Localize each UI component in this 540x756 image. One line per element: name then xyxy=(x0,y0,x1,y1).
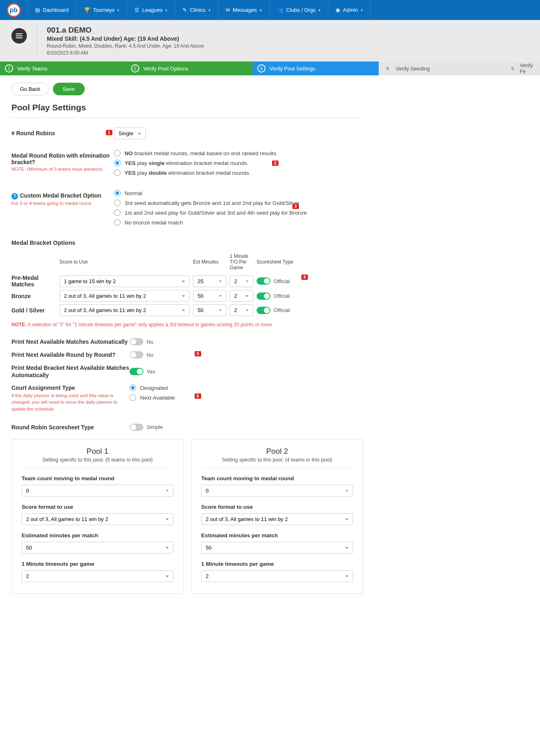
print-matches-toggle[interactable] xyxy=(130,338,143,345)
medal-bracket-title: Medal Bracket Options xyxy=(11,240,363,246)
nav-label: Tourneys xyxy=(93,7,115,13)
chevron-down-icon: ▾ xyxy=(165,8,167,12)
round-robins-label: # Round Robins xyxy=(11,127,114,136)
medal-rr-no[interactable]: NO bracket medal rounds, medal based on … xyxy=(114,150,363,156)
court-assignment-label: Court Assignment Type xyxy=(11,385,75,391)
wizard-steps: 1Verify Teams 2Verify Pool Options 3Veri… xyxy=(0,62,540,75)
toggle-label: Official xyxy=(274,307,290,313)
pool2-score-select[interactable]: 2 out of 3, All games to 11 win by 2 xyxy=(201,513,353,525)
premedal-ss-toggle[interactable] xyxy=(257,277,270,285)
save-button[interactable]: Save xyxy=(53,83,85,95)
row-premedal: Pre-Medal Matches xyxy=(11,275,56,288)
custom-bracket-note: For 3 or 4 teams going to medal round. xyxy=(11,201,114,206)
round-robins-select[interactable]: Single xyxy=(114,127,146,139)
row-gold: Gold / Silver xyxy=(11,307,56,314)
bronze-ss-toggle[interactable] xyxy=(257,292,270,300)
subheader: 001.a DEMO Mixed Skill: (4.5 And Under) … xyxy=(0,20,540,62)
pool-subtitle: Setting specific to this pool. (5 teams … xyxy=(22,457,173,468)
step-verify-final[interactable]: 5Verify Fir xyxy=(505,62,540,75)
premedal-to-select[interactable]: 2 xyxy=(230,275,253,287)
pool1-teamcount-select[interactable]: 0 xyxy=(22,485,173,497)
nav-tourneys[interactable]: 🏆Tourneys▾ xyxy=(77,0,127,20)
badge-1: 1 xyxy=(106,130,112,135)
chart-icon: ▤ xyxy=(35,7,40,13)
print-round-label: Print Next Available Round by Round? xyxy=(11,352,130,358)
gold-score-select[interactable]: 2 out of 3, All games to 11 win by 2 xyxy=(59,304,190,316)
premedal-est-select[interactable]: 25 xyxy=(193,275,226,287)
court-designated[interactable]: Designated xyxy=(130,385,175,391)
help-icon[interactable]: ? xyxy=(11,193,18,200)
nav-label: Dashboard xyxy=(43,7,69,13)
print-medal-toggle[interactable] xyxy=(130,368,143,375)
go-back-button[interactable]: Go Back xyxy=(11,83,49,95)
premedal-score-select[interactable]: 1 game to 15 win by 2 xyxy=(59,275,190,287)
step-verify-pool-options[interactable]: 2Verify Pool Options xyxy=(126,62,252,75)
nav-admin[interactable]: ◉Admin▾ xyxy=(328,0,371,20)
pool-teamcount-label: Team count moving to medal round xyxy=(22,475,173,481)
step-label: Verify Pool Settings xyxy=(270,66,316,72)
bronze-score-select[interactable]: 2 out of 3, All games to 11 win by 2 xyxy=(59,290,190,302)
pool-teamcount-label: Team count moving to medal round xyxy=(201,475,353,481)
nav-clubs[interactable]: 👥Clubs / Orgs▾ xyxy=(270,0,328,20)
pool-score-label: Score format to use xyxy=(201,504,353,510)
logo-icon: pb xyxy=(7,3,21,17)
chevron-down-icon: ▾ xyxy=(361,8,363,12)
event-info: 001.a DEMO Mixed Skill: (4.5 And Under) … xyxy=(37,26,204,56)
custom-bracket-no-bronze[interactable]: No bronze medal match xyxy=(114,219,363,226)
pool1-est-select[interactable]: 50 xyxy=(22,542,173,554)
nav-clinics[interactable]: ✎Clinics▾ xyxy=(175,0,218,20)
pool1-to-select[interactable]: 2 xyxy=(22,570,173,582)
pool-est-label: Estimated minutes per match xyxy=(201,532,353,538)
bronze-est-select[interactable]: 50 xyxy=(193,290,226,302)
col-est: Est Minutes xyxy=(193,259,226,266)
pool-score-label: Score format to use xyxy=(22,504,173,510)
chevron-down-icon: ▾ xyxy=(318,8,320,12)
pool-est-label: Estimated minutes per match xyxy=(22,532,173,538)
medal-rr-note: NOTE: (Minimum of 3 teams must advance) xyxy=(11,167,114,171)
custom-bracket-3rd-bronze[interactable]: 3rd seed automatically gets Bronze and 1… xyxy=(114,200,363,206)
step-label: Verify Seeding xyxy=(396,66,430,72)
step-verify-pool-settings[interactable]: 3Verify Pool Settings xyxy=(252,62,379,75)
logo[interactable]: pb xyxy=(0,0,28,20)
pool1-score-select[interactable]: 2 out of 3, All games to 11 win by 2 xyxy=(22,513,173,525)
event-details: Round-Robin, Mixed, Doubles, Rank: 4.5 A… xyxy=(47,43,204,49)
nav-dashboard[interactable]: ▤Dashboard xyxy=(28,0,77,20)
custom-bracket-1-2-3-4[interactable]: 1st and 2nd seed play for Gold/Silver an… xyxy=(114,209,363,216)
court-next-available[interactable]: Next Available xyxy=(130,394,175,401)
gold-ss-toggle[interactable] xyxy=(257,307,270,314)
pool-2: Pool 2 Setting specific to this pool. (4… xyxy=(191,439,363,594)
gold-to-select[interactable]: 2 xyxy=(230,304,253,316)
nav-label: Messages xyxy=(233,7,257,13)
shield-icon: ◉ xyxy=(336,7,340,13)
col-score: Score to Use xyxy=(59,259,190,266)
pool2-est-select[interactable]: 50 xyxy=(201,542,353,554)
medal-rr-yes-double[interactable]: YES play double elimination bracket meda… xyxy=(114,169,363,176)
step-verify-seeding[interactable]: 4Verify Seeding xyxy=(379,62,505,75)
event-datetime: 6/20/2023 8:00 AM xyxy=(47,50,204,56)
step-label: Verify Teams xyxy=(17,66,47,72)
nav-leagues[interactable]: ☰Leagues▾ xyxy=(127,0,175,20)
step-verify-teams[interactable]: 1Verify Teams xyxy=(0,62,126,75)
print-round-toggle[interactable] xyxy=(130,351,143,358)
nav-messages[interactable]: ✉Messages▾ xyxy=(218,0,270,20)
rr-ss-toggle[interactable] xyxy=(130,424,143,431)
print-matches-label: Print Next Available Matches Automatical… xyxy=(11,338,130,345)
badge-4: 4 xyxy=(301,275,308,280)
menu-button[interactable] xyxy=(11,28,27,44)
nav-label: Admin xyxy=(343,7,358,13)
toggle-label: Official xyxy=(274,293,290,299)
court-assignment-note: If the daily planner is being used and t… xyxy=(11,392,125,412)
gold-est-select[interactable]: 50 xyxy=(193,304,226,316)
pool-title: Pool 1 xyxy=(22,447,173,456)
custom-bracket-normal[interactable]: Normal xyxy=(114,190,363,196)
badge-6: 6 xyxy=(195,393,201,399)
badge-2: 2 xyxy=(272,160,279,166)
pool2-to-select[interactable]: 2 xyxy=(201,570,353,582)
chevron-down-icon: ▾ xyxy=(209,8,211,12)
pool2-teamcount-select[interactable]: 0 xyxy=(201,485,353,497)
main-content: Go Back Save Pool Play Settings # Round … xyxy=(0,75,375,601)
pool-to-label: 1 Minute timeouts per game xyxy=(201,561,353,567)
medal-rr-yes-single[interactable]: YES play single elimination bracket meda… xyxy=(114,160,363,166)
bronze-to-select[interactable]: 2 xyxy=(230,290,253,302)
col-to: 1 Minute T/O Per Game xyxy=(230,253,253,272)
